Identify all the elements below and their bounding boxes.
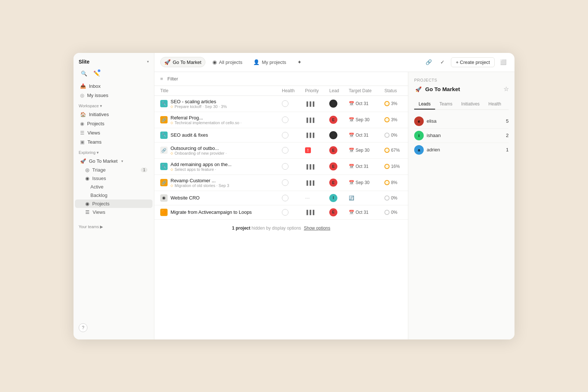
target-date: 📅 Oct 31 xyxy=(349,101,379,106)
lead-name: ishaan xyxy=(427,133,441,138)
settings-button[interactable]: ✓ xyxy=(437,57,448,68)
health-circle[interactable] xyxy=(282,100,288,107)
lead-cell: E xyxy=(326,142,346,158)
project-title: SEO audit & fixes xyxy=(171,132,208,138)
star-button[interactable]: ☆ xyxy=(503,86,509,93)
filter-icon: ≡ xyxy=(160,76,163,82)
health-circle[interactable] xyxy=(282,163,288,170)
project-icon-char: 🔧 xyxy=(161,164,166,169)
health-circle[interactable] xyxy=(282,116,288,123)
sidebar-item-teams[interactable]: ▣ Teams xyxy=(75,137,153,147)
notification-dot xyxy=(98,69,100,72)
title-cell: 🔗 Referral Prog... ◇Technical implementa… xyxy=(154,112,279,128)
tab-go-to-market[interactable]: 🚀 Go To Market xyxy=(160,57,205,67)
project-icon-char: 🟠 xyxy=(161,210,166,215)
health-cell xyxy=(279,175,302,191)
project-icon-char: 🔗 xyxy=(161,118,166,122)
my-projects-tab-icon: 👤 xyxy=(253,59,259,65)
table-row[interactable]: 🔗 Referral Prog... ◇Technical implementa… xyxy=(154,112,408,128)
date-cell: 📅 Sep 30 xyxy=(346,112,381,128)
filter-button[interactable]: Filter xyxy=(165,75,180,83)
tab-my-projects[interactable]: 👤 My projects xyxy=(249,57,290,67)
link-button[interactable]: 🔗 xyxy=(423,57,434,68)
sidebar-item-my-issues[interactable]: ◎ My issues xyxy=(75,91,153,100)
status-pct: 16% xyxy=(391,164,400,169)
lead-avatar: E xyxy=(329,208,337,216)
sidebar-item-triage[interactable]: ◎ Triage 1 xyxy=(75,166,153,174)
lead-row[interactable]: i ishaan 2 xyxy=(414,129,509,143)
table-row[interactable]: 🟠 Migrate from Activecampaign to Loops ▐… xyxy=(154,205,408,219)
project-icon: 🔧 xyxy=(160,132,168,139)
tab-starred[interactable]: ✦ xyxy=(293,57,306,67)
health-circle[interactable] xyxy=(282,209,288,216)
projects-area: ≡ Filter Title Health Priority Lead Targ… xyxy=(154,72,514,339)
health-circle[interactable] xyxy=(282,132,288,139)
views-icon: ☰ xyxy=(80,130,85,136)
table-area: ≡ Filter Title Health Priority Lead Targ… xyxy=(154,72,408,339)
triage-badge: 1 xyxy=(141,168,147,172)
lead-row[interactable]: a adrien 1 xyxy=(414,143,509,157)
target-date: 📅 Oct 31 xyxy=(349,133,379,138)
sidebar-item-projects-gtm[interactable]: ◉ Projects xyxy=(75,199,153,208)
panel-tab-leads[interactable]: Leads xyxy=(414,99,435,109)
tab-all-projects[interactable]: ◉ All projects xyxy=(208,57,247,67)
health-circle[interactable] xyxy=(282,179,288,186)
sidebar-item-views-gtm[interactable]: ☰ Views xyxy=(75,208,153,216)
go-to-market-label: Go To Market xyxy=(89,158,118,164)
my-projects-tab-label: My projects xyxy=(262,60,286,65)
diamond-icon: ◇ xyxy=(171,105,173,108)
sidebar-item-initiatives[interactable]: 🏠 Initiatives xyxy=(75,110,153,119)
help-button[interactable]: ? xyxy=(79,323,87,332)
priority-cell: --- xyxy=(302,191,326,205)
health-circle[interactable] xyxy=(282,195,288,201)
panel-tab-health[interactable]: Health xyxy=(484,99,506,109)
panel-tab-initiatives[interactable]: Initiatives xyxy=(457,99,484,109)
sidebar-item-views[interactable]: ☰ Views xyxy=(75,128,153,137)
status-cell: 67% xyxy=(381,142,408,158)
priority-bar-icon: ▐▐▐ xyxy=(305,210,315,215)
target-date-empty: 🔄 xyxy=(349,195,379,201)
create-project-button[interactable]: + Create project xyxy=(451,57,495,67)
title-content: 🔧 SEO audit & fixes xyxy=(160,132,276,139)
title-content: 🔧 SEO - scaling articles ◇Prepare kickof… xyxy=(160,99,276,109)
lead-avatar: e xyxy=(414,116,424,126)
health-circle[interactable] xyxy=(282,147,288,154)
lead-row[interactable]: e elisa 5 xyxy=(414,114,509,129)
show-options-link[interactable]: Show options xyxy=(304,226,330,231)
table-row[interactable]: 🔗 Outsourcing of outbo... ◇Onboarding of… xyxy=(154,142,408,158)
table-row[interactable]: 🔧 Add remaining apps on the... ◇Select a… xyxy=(154,158,408,175)
panel-tab-teams[interactable]: Teams xyxy=(435,99,457,109)
sidebar-item-inbox[interactable]: 📥 Inbox xyxy=(75,82,153,91)
status-circle xyxy=(384,101,390,106)
health-cell xyxy=(279,112,302,128)
sidebar-item-backlog[interactable]: Backlog xyxy=(75,191,153,199)
title-cell: 🔗 Outsourcing of outbo... ◇Onboarding of… xyxy=(154,142,279,158)
table-row[interactable]: 🔧 SEO - scaling articles ◇Prepare kickof… xyxy=(154,96,408,112)
lead-avatar: E xyxy=(329,116,337,124)
col-lead: Lead xyxy=(326,86,346,96)
sidebar-item-active[interactable]: Active xyxy=(75,183,153,191)
sidebar-toggle-button[interactable]: ⬜ xyxy=(498,57,509,68)
target-date: 📅 Oct 31 xyxy=(349,210,379,215)
sidebar-item-go-to-market[interactable]: 🚀 Go To Market ▾ xyxy=(75,157,153,166)
your-teams-section[interactable]: Your teams ▶ xyxy=(74,221,154,231)
status-cell: 16% xyxy=(381,158,408,175)
status-cell: 3% xyxy=(381,96,408,112)
sidebar-item-projects[interactable]: ◉ Projects xyxy=(75,119,153,128)
date-cell: 🔄 xyxy=(346,191,381,205)
date-cell: 📅 Oct 31 xyxy=(346,158,381,175)
panel-project-name: 🚀 Go To Market ☆ xyxy=(414,85,509,93)
table-row[interactable]: 🔧 SEO audit & fixes ▐▐▐ A 📅 Oct 31 0% xyxy=(154,128,408,142)
lead-avatar: E xyxy=(329,179,337,187)
priority-dash-icon: --- xyxy=(305,195,310,201)
compose-button[interactable]: ✏️ xyxy=(91,68,101,79)
sidebar-item-issues[interactable]: ◉ Issues xyxy=(75,174,153,183)
table-row[interactable]: 🔗 Revamp Customer ... ◇Migration of old … xyxy=(154,175,408,191)
priority-bar-icon: ▐▐▐ xyxy=(305,133,315,138)
status-circle xyxy=(384,148,390,153)
status-cell: 0% xyxy=(381,128,408,142)
table-row[interactable]: ◉ Website CRO --- I 🔄 0% xyxy=(154,191,408,205)
views-gtm-label: Views xyxy=(93,209,105,215)
search-button[interactable]: 🔍 xyxy=(79,68,89,79)
inbox-label: Inbox xyxy=(89,83,101,89)
